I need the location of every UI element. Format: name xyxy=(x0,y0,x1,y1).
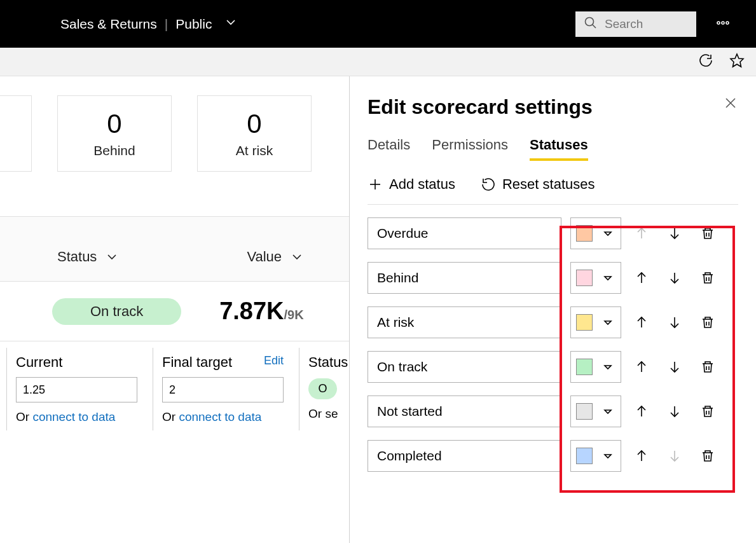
edit-link[interactable]: Edit xyxy=(264,354,284,371)
search-icon xyxy=(583,15,598,33)
svg-marker-5 xyxy=(731,54,743,67)
move-up-button[interactable] xyxy=(629,399,654,424)
caret-down-icon xyxy=(600,315,615,330)
connect-to-data-link[interactable]: connect to data xyxy=(179,410,261,423)
status-row xyxy=(368,262,738,294)
chevron-down-icon xyxy=(104,249,120,265)
status-color-picker[interactable] xyxy=(570,440,621,472)
stat-card[interactable]: 0 At risk xyxy=(197,95,312,172)
trash-icon xyxy=(700,270,715,285)
move-down-button[interactable] xyxy=(662,354,687,380)
tab-statuses[interactable]: Statuses xyxy=(530,137,588,161)
color-swatch xyxy=(576,403,593,420)
status-row xyxy=(368,306,738,338)
delete-status-button[interactable] xyxy=(695,443,720,469)
color-swatch xyxy=(576,314,593,331)
stat-value: 0 xyxy=(107,109,121,139)
more-menu-icon[interactable] xyxy=(715,15,731,33)
move-down-button xyxy=(662,443,687,469)
stat-card[interactable]: 0 Overdue xyxy=(0,95,32,172)
final-target-label: Final target xyxy=(162,354,232,371)
move-down-button[interactable] xyxy=(662,399,687,424)
status-name-input[interactable] xyxy=(368,262,561,294)
trash-icon xyxy=(700,448,715,464)
arrow-down-icon xyxy=(667,359,682,375)
final-target-column: Final target Edit Or connect to data xyxy=(153,348,292,430)
caret-down-icon xyxy=(600,359,615,375)
status-color-picker[interactable] xyxy=(570,395,621,427)
status-name-input[interactable] xyxy=(368,440,561,472)
tab-details[interactable]: Details xyxy=(368,137,410,161)
move-up-button[interactable] xyxy=(629,354,654,380)
status-color-picker[interactable] xyxy=(570,217,621,249)
column-value[interactable]: Value xyxy=(247,249,305,265)
move-up-button[interactable] xyxy=(629,265,654,291)
panel-actions: Add status Reset statuses xyxy=(368,176,738,205)
status-pill-small[interactable]: O xyxy=(308,378,337,399)
current-label: Current xyxy=(16,354,62,371)
reset-statuses-label: Reset statuses xyxy=(502,176,595,193)
delete-status-button[interactable] xyxy=(695,399,720,424)
svg-point-3 xyxy=(722,22,724,24)
delete-status-button[interactable] xyxy=(695,265,720,291)
status-name-input[interactable] xyxy=(368,217,561,249)
status-name-input[interactable] xyxy=(368,395,561,427)
status-column: Status O Or se xyxy=(299,348,350,430)
reset-statuses-button[interactable]: Reset statuses xyxy=(481,176,595,193)
search-box[interactable] xyxy=(575,11,696,37)
move-down-button[interactable] xyxy=(662,221,687,246)
reset-icon xyxy=(481,177,496,192)
stat-label: At risk xyxy=(236,143,273,158)
svg-point-4 xyxy=(726,22,729,24)
goal-value: 7.87K/9K xyxy=(219,298,304,325)
favorite-star-icon[interactable] xyxy=(729,53,745,71)
svg-marker-25 xyxy=(605,366,611,369)
delete-status-button[interactable] xyxy=(695,310,720,335)
trash-icon xyxy=(700,315,715,330)
current-value-input[interactable] xyxy=(16,377,137,402)
move-down-button[interactable] xyxy=(662,265,687,291)
status-row xyxy=(368,351,738,383)
status-pill[interactable]: On track xyxy=(52,298,181,325)
delete-status-button[interactable] xyxy=(695,354,720,380)
scope-dropdown-icon[interactable] xyxy=(223,15,238,33)
column-status[interactable]: Status xyxy=(57,249,120,265)
status-name-input[interactable] xyxy=(368,306,561,338)
svg-marker-35 xyxy=(605,455,611,458)
close-icon[interactable] xyxy=(723,95,738,114)
trash-icon xyxy=(700,226,715,241)
settings-panel: Edit scorecard settings Details Permissi… xyxy=(349,76,756,543)
color-swatch xyxy=(576,270,593,286)
arrow-down-icon xyxy=(667,404,682,419)
svg-point-2 xyxy=(717,22,720,24)
stat-value: 0 xyxy=(247,109,261,139)
arrow-up-icon xyxy=(634,359,649,375)
connect-to-data-link[interactable]: connect to data xyxy=(32,410,115,423)
move-down-button[interactable] xyxy=(662,310,687,335)
stat-card[interactable]: 0 Behind xyxy=(57,95,172,172)
add-status-button[interactable]: Add status xyxy=(368,176,455,193)
status-row xyxy=(368,395,738,427)
search-input[interactable] xyxy=(605,17,689,31)
status-color-picker[interactable] xyxy=(570,351,621,383)
svg-point-0 xyxy=(586,17,594,25)
tab-permissions[interactable]: Permissions xyxy=(432,137,508,161)
or-select-text: Or se xyxy=(308,407,338,420)
status-color-picker[interactable] xyxy=(570,262,621,294)
chevron-down-icon xyxy=(289,249,305,265)
status-list xyxy=(368,217,738,472)
color-swatch xyxy=(576,448,593,464)
scope-label[interactable]: Public xyxy=(175,17,212,32)
move-up-button[interactable] xyxy=(629,443,654,469)
arrow-up-icon xyxy=(634,404,649,419)
top-bar: Sales & Returns | Public xyxy=(0,0,756,48)
refresh-icon[interactable] xyxy=(698,53,713,71)
column-value-label: Value xyxy=(247,249,282,265)
final-target-input[interactable] xyxy=(162,377,284,402)
current-value-column: Current Or connect to data xyxy=(6,348,146,430)
arrow-down-icon xyxy=(667,226,682,241)
status-name-input[interactable] xyxy=(368,351,561,383)
move-up-button[interactable] xyxy=(629,310,654,335)
delete-status-button[interactable] xyxy=(695,221,720,246)
status-color-picker[interactable] xyxy=(570,306,621,338)
